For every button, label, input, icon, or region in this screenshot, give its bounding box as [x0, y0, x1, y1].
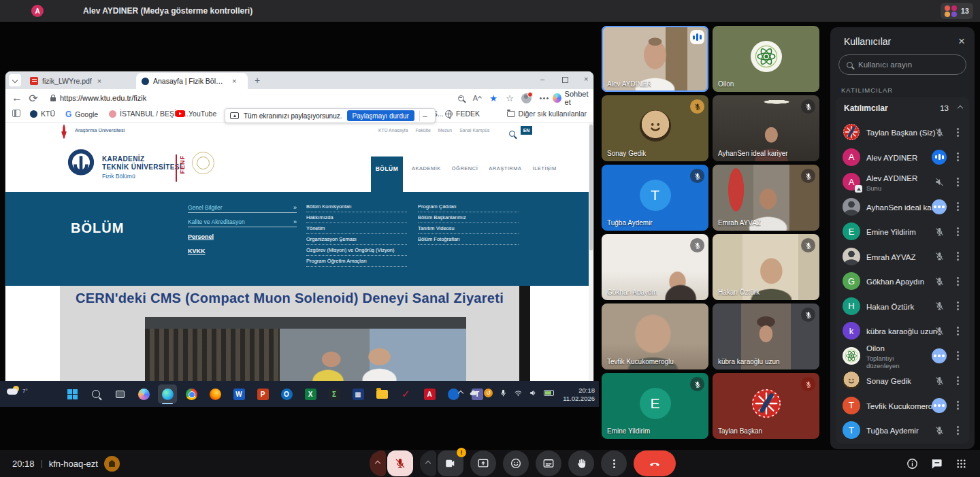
mic-control-group — [370, 450, 413, 476]
outlook-icon: O — [277, 384, 296, 404]
participant-row[interactable]: T Tevfik Kucukomeroglu — [836, 393, 969, 418]
letter-avatar: A — [843, 148, 860, 166]
bookmark-ktu: KTÜ — [30, 110, 55, 118]
mic-muted-button[interactable] — [387, 450, 413, 476]
video-tile-gokhan[interactable]: Gökhan Apaydın — [602, 234, 708, 300]
favorite-star-icon: ★ — [487, 93, 500, 103]
activities-button[interactable] — [955, 457, 968, 470]
participant-menu-button[interactable] — [953, 255, 962, 257]
participant-search[interactable] — [838, 54, 966, 75]
participant-row[interactable]: A Alev AYDINER — [836, 145, 969, 170]
meeting-safety-icon[interactable] — [104, 456, 120, 472]
participant-row[interactable]: k kübra karaoğlu uzun — [836, 318, 969, 344]
panel-title: Kullanıcılar — [844, 36, 891, 47]
participant-row[interactable]: H Hakan Öztürk — [836, 294, 969, 319]
video-tile-sonay[interactable]: Sonay Gedik — [602, 95, 708, 161]
participant-row[interactable]: Sonay Gedik — [836, 368, 969, 393]
site-nav: AKADEMİKÖĞRENCİARAŞTIRMAİLETİŞİM — [412, 165, 557, 171]
camera-button[interactable]: ! — [438, 450, 463, 476]
participant-menu-button[interactable] — [953, 231, 962, 233]
ktu-bookmark-icon — [30, 110, 37, 118]
participant-menu-button[interactable] — [953, 205, 962, 208]
participant-row[interactable]: G Gökhan Apaydın — [836, 269, 969, 294]
camera-control-group: ! — [420, 450, 463, 476]
cern-visit-photo — [145, 317, 466, 381]
video-tile-kubra[interactable]: kübra karaoğlu uzun — [713, 303, 819, 369]
more-options-icon — [613, 463, 615, 465]
video-tile-alev[interactable]: Alev AYDINER — [602, 26, 708, 92]
reaction-dots-icon — [932, 398, 947, 413]
nav-bolum-active: BÖLÜM — [371, 157, 403, 192]
smiley-avatar-icon — [640, 110, 671, 142]
participant-row[interactable]: AyhanSen ideal kariyer — [836, 195, 969, 220]
mic-muted-icon — [801, 377, 815, 391]
meeting-details-button[interactable] — [906, 457, 919, 470]
menu-link: Bölüm Fotoğrafları — [418, 234, 519, 245]
video-tile-emine[interactable]: EEmine Yildirim — [602, 373, 708, 439]
participants-group-header[interactable]: Katılımcılar 13 — [844, 103, 962, 113]
letter-avatar: E — [843, 223, 860, 240]
video-tile-hakan[interactable]: Hakan Öztürk — [713, 234, 819, 300]
participant-menu-button[interactable] — [953, 404, 962, 406]
video-tile-taylan[interactable]: Taylan Başkan — [713, 373, 819, 439]
mic-options-button[interactable] — [370, 450, 386, 476]
panel-close-icon[interactable]: × — [958, 35, 965, 48]
share-notification-bar: Tüm ekranınızı paylaşıyorsunuz. Paylaşma… — [225, 108, 436, 123]
tile-name: Oilon — [718, 80, 734, 88]
mic-muted-icon — [932, 323, 947, 338]
participant-count-cluster[interactable]: 13 — [941, 3, 973, 19]
participant-row[interactable]: T Tuğba Aydemir — [836, 418, 969, 443]
participant-menu-button[interactable] — [953, 156, 962, 158]
participant-menu-button[interactable] — [953, 181, 962, 183]
end-call-button[interactable] — [634, 450, 676, 476]
participant-row[interactable]: E Emine Yildirim — [836, 219, 969, 244]
participant-row[interactable]: A Alev AYDINERSunu — [836, 169, 969, 195]
address-bar: https://www.ktu.edu.tr/fizik — [44, 91, 445, 105]
burst-avatar-icon — [843, 123, 860, 141]
mega-menu: BÖLÜM Genel Bilgiler»Kalite ve Akreditas… — [5, 192, 589, 286]
chat-button[interactable] — [930, 457, 943, 470]
captions-button[interactable] — [536, 450, 561, 476]
participant-menu-button[interactable] — [953, 305, 962, 307]
atom-avatar-icon — [843, 347, 860, 365]
participant-menu-button[interactable] — [953, 380, 962, 382]
camera-warning-badge: ! — [457, 448, 466, 457]
powerpoint-icon: P — [253, 384, 272, 404]
font-size-icon: A — [471, 93, 483, 103]
photo-avatar — [843, 198, 860, 216]
participant-row[interactable]: OilonToplantıyı düzenleyen — [836, 344, 969, 369]
ktu-favicon — [142, 78, 149, 85]
participant-row[interactable]: Emrah AYVAZ — [836, 244, 969, 269]
participant-menu-button[interactable] — [953, 355, 962, 357]
video-tile-tevfik[interactable]: Tevfik Kucukomeroglu — [602, 303, 708, 369]
mic-muted-icon — [690, 99, 704, 114]
participant-menu-button[interactable] — [953, 280, 962, 282]
site-nav-item: AKADEMİK — [412, 165, 441, 171]
mic-muted-icon — [801, 238, 815, 252]
search-input[interactable] — [858, 61, 958, 69]
raise-hand-button[interactable] — [568, 450, 594, 476]
share-text: Tüm ekranınızı paylaşıyorsunuz. — [244, 112, 342, 120]
more-options-button[interactable] — [601, 450, 627, 476]
camera-options-button[interactable] — [420, 450, 436, 476]
video-tile-ayhansen[interactable]: AyhanSen ideal kariyer — [713, 95, 819, 161]
tile-name: Tevfik Kucukomeroglu — [607, 358, 674, 365]
menu-link: Organizasyon Şeması — [306, 234, 407, 245]
participant-menu-button[interactable] — [953, 330, 962, 332]
participant-menu-button[interactable] — [953, 131, 962, 133]
bookmark-youtube: YouTube — [176, 110, 216, 118]
call-controls: ! — [370, 450, 676, 477]
participant-row[interactable]: Taylan Başkan (Siz) — [836, 120, 969, 145]
letter-avatar: T — [640, 180, 671, 211]
reactions-button[interactable] — [503, 450, 529, 476]
tab-close-icon: × — [232, 77, 236, 85]
participant-menu-button[interactable] — [953, 429, 962, 431]
department-name: Fizik Bölümü — [102, 173, 182, 180]
tile-name: Tuğba Aydemir — [607, 219, 653, 227]
tab-search-icon — [9, 74, 21, 86]
video-tile-emrah[interactable]: Emrah AYVAZ — [713, 165, 819, 231]
present-button[interactable] — [470, 450, 496, 476]
video-tile-tugba[interactable]: TTuğba Aydemir — [602, 165, 708, 231]
shared-taskbar: 7° W P O X Σ ▦ ✓ A T ↺ — [0, 381, 599, 407]
video-tile-oilon[interactable]: Oilon — [713, 26, 819, 92]
